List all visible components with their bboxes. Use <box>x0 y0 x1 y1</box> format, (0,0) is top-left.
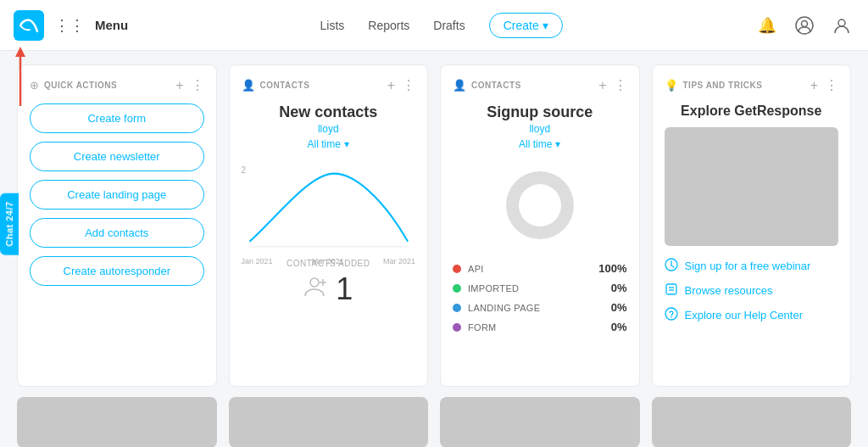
chevron-down-icon3: ▾ <box>555 138 560 150</box>
add-widget-icon3[interactable]: + <box>598 78 606 93</box>
chart-x-labels: Jan 2021 Mar 2021 Mar 2021 <box>242 257 416 265</box>
new-contacts-user: lloyd <box>242 123 416 135</box>
tips-header-label: TIPS AND TRICKS <box>683 81 763 90</box>
svg-point-10 <box>519 184 561 226</box>
create-form-button[interactable]: Create form <box>30 103 204 133</box>
svg-marker-1 <box>15 47 25 57</box>
form-dot <box>453 323 461 332</box>
add-contacts-button[interactable]: Add contacts <box>30 218 204 248</box>
more-options-icon[interactable]: ⋮ <box>191 77 204 93</box>
chevron-down-icon2: ▾ <box>344 138 349 150</box>
new-contacts-header: 👤 CONTACTS + ⋮ <box>242 77 416 93</box>
create-button[interactable]: Create ▾ <box>489 13 563 38</box>
new-contacts-title: New contacts <box>242 103 416 121</box>
add-widget-icon[interactable]: + <box>175 78 183 93</box>
create-landing-page-button[interactable]: Create landing page <box>30 180 204 210</box>
signup-legend: API 100% IMPORTED 0% LANDING PAGE <box>453 262 627 333</box>
more-options-icon2[interactable]: ⋮ <box>402 77 415 93</box>
signup-source-card: 👤 CONTACTS + ⋮ Signup source lloyd All t… <box>440 64 640 387</box>
legend-landing-page: LANDING PAGE 0% <box>453 301 627 314</box>
create-autoresponder-button[interactable]: Create autoresponder <box>30 256 204 286</box>
svg-rect-12 <box>666 284 676 294</box>
navbar: ⋮⋮ Menu Lists Reports Drafts Create ▾ 🔔 <box>0 0 868 51</box>
user-icon[interactable] <box>829 13 854 38</box>
signup-source-header: 👤 CONTACTS + ⋮ <box>453 77 627 93</box>
legend-api: API 100% <box>453 262 627 275</box>
create-newsletter-button[interactable]: Create newsletter <box>30 142 204 171</box>
quick-actions-label: QUICK ACTIONS <box>44 81 117 90</box>
cards-row: ⊕ QUICK ACTIONS + ⋮ Create form Create n… <box>17 64 851 387</box>
landing-page-dot <box>453 304 461 312</box>
contacts-added-value: 1 <box>242 271 416 307</box>
chevron-down-icon: ▾ <box>542 19 548 32</box>
grid-icon[interactable]: ⋮⋮ <box>54 16 85 35</box>
add-person-icon <box>303 274 329 305</box>
face-icon[interactable] <box>792 13 817 38</box>
signup-filter[interactable]: All time ▾ <box>453 138 627 150</box>
svg-point-3 <box>802 20 808 26</box>
tips-card: 💡 TIPS AND TRICKS + ⋮ Explore GetRespons… <box>652 64 852 387</box>
imported-dot <box>453 284 461 293</box>
new-contacts-card: 👤 CONTACTS + ⋮ New contacts lloyd All ti… <box>229 64 429 387</box>
signup-title: Signup source <box>453 103 627 121</box>
logo-icon[interactable] <box>14 10 44 41</box>
signup-user: lloyd <box>453 123 627 135</box>
donut-chart <box>453 159 627 252</box>
tips-type-icon: 💡 <box>665 79 678 92</box>
contacts-chart: 2 Jan 2021 Mar 2021 Mar 2021 <box>242 159 416 252</box>
svg-point-15 <box>665 308 677 320</box>
svg-point-16 <box>670 316 672 318</box>
new-contacts-label: CONTACTS <box>260 81 310 90</box>
more-options-icon3[interactable]: ⋮ <box>614 77 627 93</box>
quick-actions-type-icon: ⊕ <box>30 79 39 92</box>
navbar-center: Lists Reports Drafts Create ▾ <box>128 13 754 38</box>
quick-actions-card: ⊕ QUICK ACTIONS + ⋮ Create form Create n… <box>17 64 217 387</box>
tips-link-help[interactable]: Explore our Help Center <box>665 307 839 323</box>
quick-actions-header: ⊕ QUICK ACTIONS + ⋮ <box>30 77 204 93</box>
nav-lists[interactable]: Lists <box>320 19 344 32</box>
svg-point-6 <box>310 278 319 287</box>
bottom-row <box>17 397 851 447</box>
navbar-left: ⋮⋮ Menu <box>14 10 128 41</box>
tips-link-resources[interactable]: Browse resources <box>665 282 839 299</box>
nav-reports[interactable]: Reports <box>368 19 409 32</box>
tips-header: 💡 TIPS AND TRICKS + ⋮ <box>665 77 839 93</box>
tips-link-webinar[interactable]: Sign up for a free webinar <box>665 258 839 274</box>
svg-point-4 <box>838 20 845 26</box>
add-widget-icon4[interactable]: + <box>810 78 818 93</box>
signup-source-label: CONTACTS <box>471 81 521 90</box>
contacts-type-icon2: 👤 <box>453 79 466 92</box>
bottom-card-3 <box>440 397 640 447</box>
bell-icon[interactable]: 🔔 <box>754 13 780 38</box>
main-content: ⊕ QUICK ACTIONS + ⋮ Create form Create n… <box>0 51 868 447</box>
tips-image <box>665 127 839 246</box>
bottom-card-2 <box>229 397 429 447</box>
add-widget-icon2[interactable]: + <box>387 78 395 93</box>
bottom-card-1 <box>17 397 217 447</box>
contacts-type-icon: 👤 <box>242 79 255 92</box>
menu-label: Menu <box>95 18 128 32</box>
new-contacts-filter[interactable]: All time ▾ <box>242 138 416 150</box>
resources-icon <box>665 282 678 299</box>
help-icon <box>665 307 678 323</box>
tips-title: Explore GetResponse <box>665 103 839 119</box>
chart-y-label: 2 <box>242 165 247 175</box>
legend-imported: IMPORTED 0% <box>453 282 627 294</box>
navbar-right: 🔔 <box>754 13 854 38</box>
legend-form: FORM 0% <box>453 321 627 333</box>
nav-drafts[interactable]: Drafts <box>433 19 465 32</box>
webinar-icon <box>665 258 678 274</box>
chat-button[interactable]: Chat 24/7 <box>0 193 19 254</box>
contacts-added-section: CONTACTS ADDED 1 <box>242 259 416 307</box>
api-dot <box>453 265 461 273</box>
more-options-icon4[interactable]: ⋮ <box>825 77 838 93</box>
bottom-card-4 <box>652 397 852 447</box>
red-arrow-indicator <box>12 47 29 118</box>
